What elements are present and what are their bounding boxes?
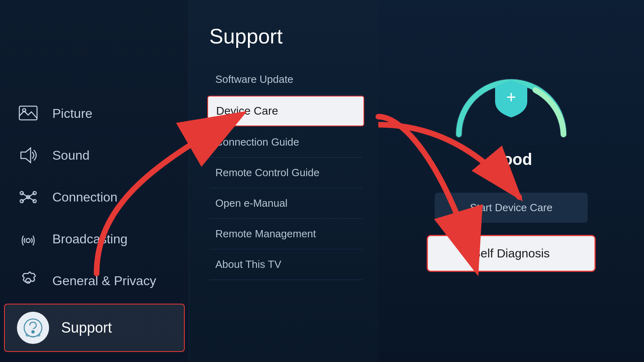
sidebar-label-support: Support [61, 319, 112, 336]
sidebar-item-connection[interactable]: Connection [0, 176, 189, 218]
svg-line-10 [22, 197, 28, 201]
start-device-care-button[interactable]: Start Device Care [435, 193, 588, 223]
svg-marker-2 [21, 148, 31, 162]
sidebar-label-broadcasting: Broadcasting [52, 232, 128, 247]
sidebar-label-picture: Picture [52, 106, 93, 121]
menu-item-about-tv[interactable]: About This TV [209, 249, 362, 280]
svg-point-15 [32, 331, 34, 333]
arrows-overlay [378, 0, 644, 362]
right-panel: + Good Start Device Care Self Diagnosis [378, 0, 644, 362]
gauge-container: + [447, 66, 576, 146]
sidebar-item-picture[interactable]: Picture [0, 93, 189, 134]
sidebar-item-general[interactable]: General & Privacy [0, 260, 189, 302]
menu-item-remote-control-guide[interactable]: Remote Control Guide [209, 158, 362, 188]
menu-item-device-care[interactable]: Device Care [207, 96, 364, 126]
svg-line-11 [28, 197, 35, 201]
sidebar-item-broadcasting[interactable]: Broadcasting [0, 218, 189, 260]
sidebar: Picture Sound Connection Broadcasting Ge… [0, 0, 189, 362]
shield-container: + [493, 78, 529, 118]
svg-point-13 [26, 278, 31, 283]
middle-panel: Support Software Update Device Care Conn… [189, 0, 378, 362]
svg-point-1 [23, 109, 26, 112]
sidebar-item-sound[interactable]: Sound [0, 134, 189, 176]
sidebar-item-support[interactable]: Support [4, 304, 185, 352]
broadcasting-icon [16, 227, 40, 251]
support-icon [17, 312, 49, 344]
svg-line-9 [28, 193, 35, 197]
svg-line-8 [22, 193, 28, 197]
sidebar-label-sound: Sound [52, 148, 90, 163]
menu-item-remote-management[interactable]: Remote Management [209, 219, 362, 249]
panel-title: Support [209, 24, 362, 48]
svg-text:+: + [506, 88, 516, 107]
menu-item-open-emanual[interactable]: Open e-Manual [209, 188, 362, 219]
sound-icon [16, 143, 40, 167]
self-diagnosis-button[interactable]: Self Diagnosis [427, 235, 596, 272]
menu-item-connection-guide[interactable]: Connection Guide [209, 127, 362, 158]
good-status-label: Good [490, 150, 532, 169]
svg-point-12 [26, 239, 30, 243]
connection-icon [16, 185, 40, 209]
menu-item-software-update[interactable]: Software Update [209, 64, 362, 95]
picture-icon [16, 101, 40, 125]
sidebar-label-general: General & Privacy [52, 274, 156, 288]
svg-point-14 [24, 319, 42, 337]
sidebar-label-connection: Connection [52, 190, 118, 205]
general-icon [16, 269, 40, 293]
shield-svg: + [493, 78, 529, 118]
